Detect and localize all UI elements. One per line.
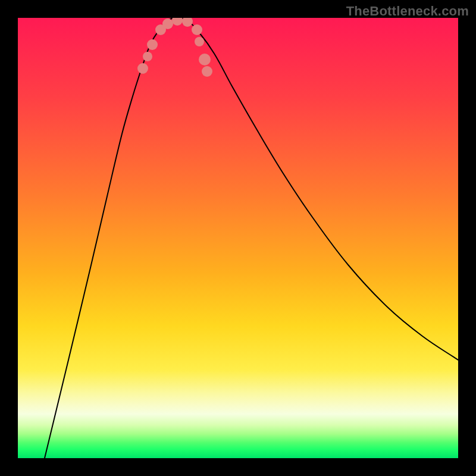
highlight-dot bbox=[147, 39, 158, 50]
highlight-dot bbox=[162, 18, 173, 29]
highlight-dot bbox=[192, 24, 202, 35]
plot-area bbox=[18, 18, 458, 458]
highlight-dot bbox=[202, 66, 212, 77]
chart-container: TheBottleneck.com bbox=[0, 0, 476, 476]
watermark-label: TheBottleneck.com bbox=[346, 4, 469, 19]
bottleneck-curve bbox=[45, 18, 458, 458]
highlight-dot bbox=[143, 52, 152, 61]
highlight-dot bbox=[137, 63, 148, 74]
highlight-dot bbox=[182, 18, 193, 27]
highlight-dots bbox=[137, 18, 212, 77]
highlight-dot bbox=[199, 54, 211, 65]
curve-svg bbox=[18, 18, 458, 458]
highlight-dot bbox=[172, 18, 183, 26]
highlight-dot bbox=[195, 37, 204, 46]
